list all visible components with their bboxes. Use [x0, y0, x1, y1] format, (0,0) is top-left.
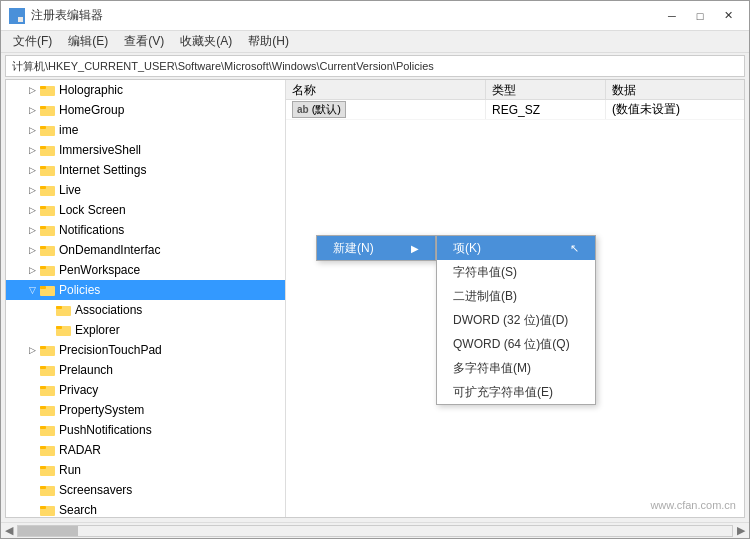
watermark: www.cfan.com.cn [650, 499, 736, 511]
submenu-item-expandstring[interactable]: 可扩充字符串值(E) [437, 380, 595, 404]
tree-item-lockscreen[interactable]: ▷ Lock Screen [6, 200, 285, 220]
tree-item-policies[interactable]: ▽ Policies [6, 280, 285, 300]
folder-icon [40, 83, 56, 97]
table-row[interactable]: ab (默认) REG_SZ (数值未设置) [286, 100, 744, 120]
folder-icon [40, 203, 56, 217]
tree-label: ime [59, 123, 78, 137]
breadcrumb[interactable]: 计算机\HKEY_CURRENT_USER\Software\Microsoft… [5, 55, 745, 77]
folder-icon [40, 383, 56, 397]
submenu-item-label: 多字符串值(M) [453, 360, 531, 377]
svg-rect-39 [40, 426, 46, 429]
expand-icon: ▷ [26, 264, 38, 276]
tree-item-ondemandinterfac[interactable]: ▷ OnDemandInterfac [6, 240, 285, 260]
expand-icon: ▷ [26, 344, 38, 356]
tree-item-associations[interactable]: Associations [6, 300, 285, 320]
svg-rect-37 [40, 406, 46, 409]
menu-help[interactable]: 帮助(H) [240, 31, 297, 52]
cell-type: REG_SZ [486, 100, 606, 119]
menu-view[interactable]: 查看(V) [116, 31, 172, 52]
menu-edit[interactable]: 编辑(E) [60, 31, 116, 52]
tree-item-prelaunch[interactable]: Prelaunch [6, 360, 285, 380]
tree-label: PrecisionTouchPad [59, 343, 162, 357]
tree-item-run[interactable]: Run [6, 460, 285, 480]
svg-rect-35 [40, 386, 46, 389]
folder-icon [56, 303, 72, 317]
svg-rect-5 [40, 86, 46, 89]
submenu-arrow-icon: ▶ [411, 243, 419, 254]
tree-label: Prelaunch [59, 363, 113, 377]
expand-icon [26, 364, 38, 376]
folder-icon [40, 283, 56, 297]
submenu-item-qword[interactable]: QWORD (64 位)值(Q) [437, 332, 595, 356]
bottom-status: ◀ [5, 524, 13, 537]
submenu-item-label: DWORD (32 位)值(D) [453, 312, 568, 329]
tree-panel[interactable]: ▷ Holographic ▷ HomeGroup ▷ ime [6, 80, 286, 517]
svg-rect-31 [40, 346, 46, 349]
expand-icon [26, 384, 38, 396]
svg-rect-21 [40, 246, 46, 249]
maximize-button[interactable]: □ [687, 6, 713, 26]
tree-label: OnDemandInterfac [59, 243, 160, 257]
submenu: 项(K) ↖ 字符串值(S) 二进制值(B) DWORD (32 位)值(D) … [436, 235, 596, 405]
expand-icon: ▽ [26, 284, 38, 296]
window-controls: ─ □ ✕ [659, 6, 741, 26]
tree-item-immersiveshell[interactable]: ▷ ImmersiveShell [6, 140, 285, 160]
tree-item-search[interactable]: Search [6, 500, 285, 517]
tree-label: PenWorkspace [59, 263, 140, 277]
tree-item-pushnotifications[interactable]: PushNotifications [6, 420, 285, 440]
svg-rect-43 [40, 466, 46, 469]
tree-item-precisiontouchpad[interactable]: ▷ PrecisionTouchPad [6, 340, 285, 360]
tree-item-propertysystem[interactable]: PropertySystem [6, 400, 285, 420]
expand-icon [26, 504, 38, 516]
svg-rect-15 [40, 186, 46, 189]
svg-rect-29 [56, 326, 62, 329]
tree-label: Policies [59, 283, 100, 297]
tree-item-explorer[interactable]: Explorer [6, 320, 285, 340]
submenu-item-key[interactable]: 项(K) ↖ [437, 236, 595, 260]
folder-icon [40, 263, 56, 277]
tree-item-live[interactable]: ▷ Live [6, 180, 285, 200]
svg-rect-2 [11, 17, 16, 22]
context-menu-new[interactable]: 新建(N) ▶ [317, 236, 435, 260]
tree-item-screensavers[interactable]: Screensavers [6, 480, 285, 500]
context-menu-container: 新建(N) ▶ 项(K) ↖ 字符串值(S) 二进制值(B) DWORD (32… [316, 235, 436, 261]
submenu-item-label: QWORD (64 位)值(Q) [453, 336, 570, 353]
col-header-type: 类型 [486, 80, 606, 99]
expand-icon [26, 444, 38, 456]
tree-item-penworkspace[interactable]: ▷ PenWorkspace [6, 260, 285, 280]
horizontal-scrollbar[interactable] [17, 525, 733, 537]
context-menu-new-label: 新建(N) [333, 240, 374, 257]
svg-rect-3 [18, 17, 23, 22]
submenu-item-label: 字符串值(S) [453, 264, 517, 281]
svg-rect-13 [40, 166, 46, 169]
tree-item-privacy[interactable]: Privacy [6, 380, 285, 400]
menu-favorites[interactable]: 收藏夹(A) [172, 31, 240, 52]
main-content: ▷ Holographic ▷ HomeGroup ▷ ime [5, 79, 745, 518]
tree-label: Lock Screen [59, 203, 126, 217]
default-badge: ab (默认) [292, 101, 346, 118]
context-menu: 新建(N) ▶ [316, 235, 436, 261]
tree-item-holographic[interactable]: ▷ Holographic [6, 80, 285, 100]
tree-item-homegroup[interactable]: ▷ HomeGroup [6, 100, 285, 120]
tree-item-radar[interactable]: RADAR [6, 440, 285, 460]
tree-label: Search [59, 503, 97, 517]
close-button[interactable]: ✕ [715, 6, 741, 26]
expand-icon: ▷ [26, 104, 38, 116]
menu-file[interactable]: 文件(F) [5, 31, 60, 52]
tree-item-internet-settings[interactable]: ▷ Internet Settings [6, 160, 285, 180]
minimize-button[interactable]: ─ [659, 6, 685, 26]
tree-label: Live [59, 183, 81, 197]
tree-label: PushNotifications [59, 423, 152, 437]
tree-label: Holographic [59, 83, 123, 97]
tree-item-notifications[interactable]: ▷ Notifications [6, 220, 285, 240]
expand-icon [42, 324, 54, 336]
folder-icon [40, 243, 56, 257]
tree-item-ime[interactable]: ▷ ime [6, 120, 285, 140]
submenu-item-binary[interactable]: 二进制值(B) [437, 284, 595, 308]
submenu-item-string[interactable]: 字符串值(S) [437, 260, 595, 284]
expand-icon: ▷ [26, 244, 38, 256]
submenu-item-key-label: 项(K) [453, 240, 481, 257]
submenu-item-multistring[interactable]: 多字符串值(M) [437, 356, 595, 380]
tree-label: Associations [75, 303, 142, 317]
submenu-item-dword[interactable]: DWORD (32 位)值(D) [437, 308, 595, 332]
